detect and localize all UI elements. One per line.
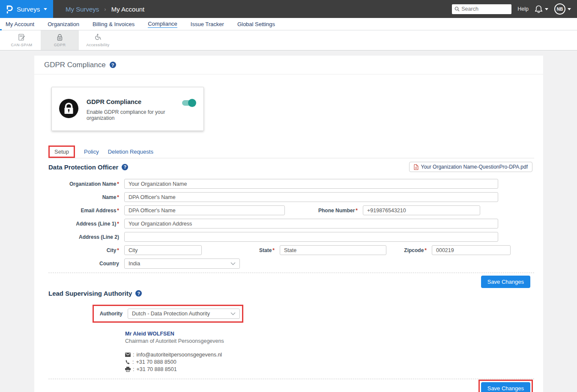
city-field[interactable] [124,245,202,255]
address-line1-label: Address (Line 1)* [48,221,119,227]
subtab-label: GDPR [54,43,66,47]
state-label: State* [202,247,275,253]
address-line2-label: Address (Line 2) [48,234,119,240]
chevron-down-icon [44,8,47,10]
dpo-heading-wrap: Data Protection Officer ? [48,163,128,171]
tab-global-settings[interactable]: Global Settings [237,21,275,27]
card-description: Enable GDPR compliance for your organiza… [87,109,182,121]
document-pencil-icon [18,33,26,42]
breadcrumb-separator-icon: › [104,6,106,12]
contact-phone: +31 70 888 8500 [136,359,176,365]
separator: : [132,359,134,365]
card-title: GDPR Compliance [87,98,182,105]
lsa-heading: Lead Supervising Authority [48,290,132,297]
gdpr-toggle[interactable] [182,100,195,106]
padlock-icon [56,33,64,42]
dpa-pdf-label: Your Organization Name-QuestionPro-DPA.p… [421,164,528,170]
country-select[interactable]: India [124,258,240,269]
authority-select[interactable]: Dutch - Data Protection Authority [128,309,240,319]
subtab-accessibility[interactable]: Accessibility [79,30,117,50]
envelope-icon [125,353,131,357]
city-label: City* [48,247,119,253]
dashed-divider [48,379,534,379]
phone-number-label: Phone Number* [285,208,358,214]
chevron-down-icon [568,8,571,10]
main-panel: GDPR Compliance ? GDPR Compliance Enable… [34,56,543,392]
address-line2-field[interactable] [124,232,498,242]
lsa-heading-wrap: Lead Supervising Authority ? [34,290,543,297]
contact-phone-row: : +31 70 888 8500 [125,359,543,365]
address-line1-field[interactable] [124,219,498,229]
fax-icon [125,367,131,372]
tab-compliance[interactable]: Compliance [148,21,177,28]
tab-organization[interactable]: Organization [48,21,79,27]
account-nav-tabs: My Account Organization Billing & Invoic… [0,18,577,30]
dpo-form: Organization Name* Name* Email Address* … [34,179,543,269]
state-field[interactable] [280,245,386,255]
chevron-down-icon [545,8,548,10]
subtab-can-spam[interactable]: CAN-SPAM [3,30,41,50]
zipcode-field[interactable] [432,245,511,255]
page-title-row: GDPR Compliance ? [34,56,543,74]
phone-number-field[interactable] [363,205,480,215]
country-value: India [129,261,230,267]
bell-icon [535,5,543,14]
account-menu[interactable]: NB [554,3,571,15]
contact-title: Chairman of Autoriteit Persoonsgegevens [125,338,543,344]
chevron-down-icon [230,262,236,265]
page-title: GDPR Compliance [44,61,106,69]
save-changes-button-bottom[interactable]: Save Changes [481,382,530,392]
separator: : [133,352,134,358]
breadcrumb: My Surveys › My Account [66,6,144,13]
chevron-down-icon [230,312,236,315]
separator: : [133,366,134,372]
subtab-gdpr[interactable]: GDPR [41,30,79,50]
country-label: Country [48,261,119,267]
gdpr-section-tabs: Setup Policy Deletion Requests [34,146,543,158]
phone-icon [125,359,130,365]
email-address-field[interactable] [124,205,285,215]
top-bar: Surveys My Surveys › My Account Help NB [0,0,577,18]
dpa-pdf-button[interactable]: Your Organization Name-QuestionPro-DPA.p… [409,162,532,172]
questionpro-logo-icon [6,4,13,14]
tab-billing-invoices[interactable]: Billing & Invoices [93,21,135,27]
tab-policy[interactable]: Policy [84,148,99,155]
help-link[interactable]: Help [517,6,529,12]
subtab-label: Accessibility [86,43,109,47]
gdpr-compliance-card: GDPR Compliance Enable GDPR compliance f… [51,87,204,131]
help-icon[interactable]: ? [122,164,128,170]
toggle-knob [188,99,196,107]
tab-my-account[interactable]: My Account [6,21,34,27]
breadcrumb-my-surveys[interactable]: My Surveys [66,6,99,13]
contact-fax-row: : +31 70 888 8501 [125,366,543,372]
compliance-sub-tabs: CAN-SPAM GDPR Accessibility [0,30,577,50]
dpo-heading: Data Protection Officer [48,163,118,171]
tab-setup[interactable]: Setup [48,146,75,158]
contact-email-row: : info@autoriteitpersoonsgegevens.nl [125,352,543,358]
notifications-menu[interactable] [535,5,548,14]
save-annotation-box: Save Changes [478,380,533,392]
search-box[interactable] [452,4,511,14]
wheelchair-icon [94,33,102,42]
tab-issue-tracker[interactable]: Issue Tracker [191,21,224,27]
tab-deletion-requests[interactable]: Deletion Requests [108,148,153,155]
name-label: Name* [48,194,119,200]
authority-contact-card: Mr Aleid WOLFSEN Chairman of Autoriteit … [125,331,543,372]
search-input[interactable] [461,6,509,12]
zipcode-label: Zipcode* [386,247,427,253]
avatar: NB [554,3,565,15]
subtab-label: CAN-SPAM [11,43,32,47]
authority-label: Authority [96,311,123,317]
divider [48,158,534,158]
contact-email: info@autoriteitpersoonsgegevens.nl [136,352,222,358]
name-field[interactable] [124,192,498,202]
contact-fax: +31 70 888 8501 [136,366,176,372]
product-name: Surveys [17,6,40,13]
organization-name-field[interactable] [124,179,498,189]
help-icon[interactable]: ? [135,290,142,297]
product-switcher[interactable]: Surveys [0,0,53,18]
help-icon[interactable]: ? [110,62,116,68]
authority-annotation-box: Authority Dutch - Data Protection Author… [93,305,243,323]
save-changes-button-top[interactable]: Save Changes [481,276,530,288]
pdf-file-icon [414,164,419,170]
